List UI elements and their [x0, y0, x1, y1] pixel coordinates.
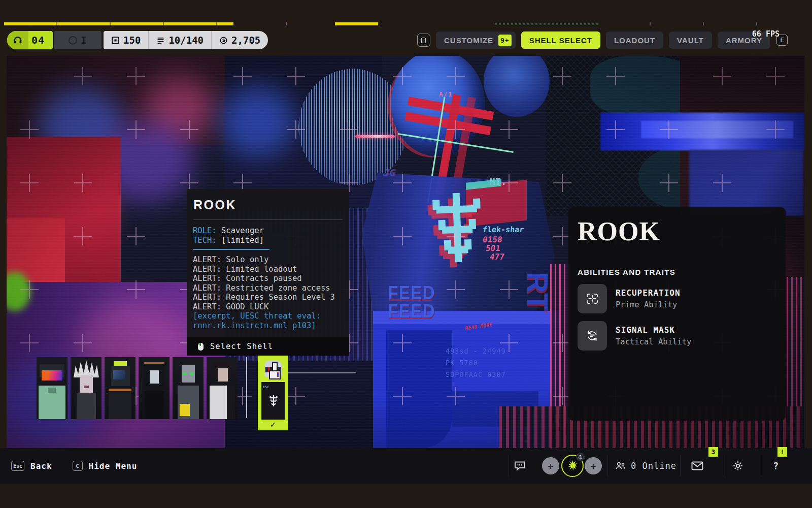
shell-thumbnail-6[interactable]: [207, 357, 238, 419]
cross-marker: [393, 387, 412, 405]
party-pill[interactable]: 04: [7, 31, 53, 49]
cross-marker: [713, 67, 731, 85]
settings-button[interactable]: [732, 448, 743, 484]
tab-label: VAULT: [677, 36, 704, 45]
abilities-list: RECUPERATIONPrime AbilitySIGNAL MASKTact…: [578, 284, 776, 351]
bottom-bar: Esc Back C Hide Menu + + 0 Online 3: [0, 448, 812, 484]
esc-art-text: ESC: [263, 385, 269, 389]
background-collage: A/1 JG MT. flek-shar 0158 501 477 FEED F…: [7, 56, 804, 448]
ability-name: SIGNAL MASK: [616, 325, 691, 335]
stat-frames[interactable]: 150: [104, 31, 148, 49]
slot-pill[interactable]: I: [54, 31, 101, 49]
stat-stack-value: 10/140: [168, 35, 204, 46]
select-shell-action[interactable]: Select Shell: [187, 337, 349, 356]
cross-marker: [233, 67, 252, 85]
signal-mask-icon: [578, 321, 607, 351]
mail-icon: [691, 461, 703, 470]
cross-marker: [713, 174, 731, 192]
hide-menu-button[interactable]: Hide Menu: [89, 461, 138, 471]
chat-button[interactable]: [514, 448, 526, 484]
currency-stats: 150 10/140 2,705: [104, 31, 268, 49]
stat-stack[interactable]: 10/140: [148, 31, 211, 49]
shell-thumbnail-2[interactable]: [71, 357, 101, 419]
alert-line: ALERT: Limited loadout: [193, 265, 343, 274]
robot-body-art: ESC: [261, 382, 285, 420]
help-alert-badge: !: [777, 447, 787, 457]
cross-marker: [393, 174, 412, 192]
tab-shell-select[interactable]: SHELL SELECT: [521, 31, 600, 49]
tooltip-field: TECH: [limited]: [193, 236, 343, 245]
progress-dots: [495, 23, 599, 25]
mail-button[interactable]: [691, 448, 703, 484]
tab-vault[interactable]: VAULT: [669, 31, 712, 49]
cross-marker: [660, 120, 678, 139]
field-label: ROLE:: [193, 226, 221, 235]
cross-marker: [553, 174, 571, 192]
c-keycap: C: [73, 461, 83, 471]
tooltip-title: ROOK: [193, 198, 343, 212]
headset-icon: [7, 31, 28, 49]
tooltip-field: ROLE: Scavenger: [193, 226, 343, 236]
shell-thumbnail-4[interactable]: [139, 357, 170, 419]
circle-icon: [69, 36, 77, 45]
cross-marker: [660, 174, 678, 192]
cross-marker: [74, 227, 92, 245]
stat-coins-value: 2,705: [231, 35, 260, 46]
field-value: [limited]: [221, 236, 264, 245]
recuperation-icon: [578, 284, 607, 313]
question-icon: ?: [773, 460, 779, 471]
coin-icon: [219, 36, 228, 45]
ability-kind: Tactical Ability: [616, 337, 691, 346]
cross-marker: [766, 67, 785, 85]
mail-count-badge: 3: [708, 447, 718, 457]
shell-thumbnail-3[interactable]: [105, 357, 136, 419]
cross-marker: [500, 174, 518, 192]
cross-marker: [500, 280, 518, 299]
shell-thumbnail-5[interactable]: [173, 357, 204, 419]
cross-marker: [606, 67, 625, 85]
window-icon[interactable]: [417, 34, 430, 47]
cross-marker: [766, 120, 785, 139]
ability-text: RECUPERATIONPrime Ability: [616, 288, 681, 309]
people-icon: [615, 461, 626, 471]
cross-marker: [287, 387, 305, 405]
online-count-label: 0 Online: [631, 461, 676, 471]
player-avatar[interactable]: [561, 448, 584, 484]
tab-customize[interactable]: CUSTOMIZE9+: [436, 31, 516, 49]
next-player-button[interactable]: +: [585, 448, 602, 484]
party-count: 04: [28, 34, 53, 46]
online-status[interactable]: 0 Online: [615, 448, 676, 484]
cross-marker: [340, 120, 358, 139]
tab-loadout[interactable]: LOADOUT: [606, 31, 663, 49]
prev-player-button[interactable]: +: [542, 448, 559, 484]
frame-icon: [111, 36, 120, 45]
ability-kind: Prime Ability: [616, 300, 681, 309]
abilities-section-title: ABILITIES AND TRAITS: [578, 268, 776, 276]
cross-marker: [500, 334, 518, 352]
cross-marker: [127, 227, 145, 245]
progress-tick: [703, 22, 704, 25]
progress-tick: [756, 22, 757, 25]
alert-line: ALERT: Restricted zone access: [193, 283, 343, 293]
tooltip-excerpt: [excerpt, UESC threat eval:rnnr.rk.instr…: [193, 311, 343, 330]
mouse-icon: [198, 343, 204, 351]
cross-marker: [606, 120, 625, 139]
tab-label: SHELL SELECT: [529, 36, 592, 45]
excerpt-line: rnnr.rk.instrctn.mnl_p103]: [193, 321, 343, 331]
tab-label: CUSTOMIZE: [444, 36, 493, 45]
cross-marker: [127, 280, 145, 299]
excerpt-line: [excerpt, UESC threat eval:: [193, 311, 343, 321]
fps-counter: 66 FPS: [752, 29, 780, 39]
back-button[interactable]: Back: [30, 461, 52, 471]
progress-segment: [4, 22, 233, 25]
top-nav: CUSTOMIZE9+SHELL SELECTLOADOUTVAULTARMOR…: [417, 31, 770, 49]
stat-coins[interactable]: 2,705: [211, 31, 268, 49]
cross-marker: [393, 334, 412, 352]
ability-text: SIGNAL MASKTactical Ability: [616, 325, 691, 346]
cross-marker: [287, 120, 305, 139]
mic-muted-icon: [576, 453, 585, 461]
tooltip-fields: ROLE: ScavengerTECH: [limited]: [193, 226, 343, 245]
top-progress-strip: [0, 22, 812, 25]
shell-thumbnail-selected[interactable]: ESC ✓: [258, 356, 288, 430]
shell-thumbnail-1[interactable]: [37, 357, 67, 419]
